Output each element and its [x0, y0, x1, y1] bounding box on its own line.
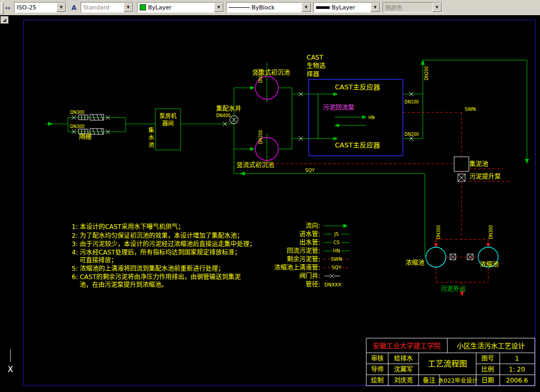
primary-sedimentation-tanks: DN200 DN200 竖流式初沉池 竖流式初沉池 [234, 63, 292, 169]
ucs-icon: X [8, 349, 13, 374]
legend-label: 进水管: [299, 230, 320, 238]
review-label: 审核 [371, 354, 384, 362]
pipe-size-label: DN300 [436, 225, 441, 239]
dim-style-icon[interactable]: ↔ [2, 2, 13, 13]
pipe-size-label: DN200 [258, 130, 263, 144]
date-value: 2006.6 [506, 377, 528, 384]
pipe-size-label: DN200 [424, 66, 429, 80]
advisor-label: 导师 [371, 366, 384, 373]
chevron-down-icon[interactable]: ▼ [301, 3, 311, 12]
sludge-out-label: 污泥外运 [441, 285, 466, 293]
project-name: 小区生活污水工艺设计 [457, 342, 525, 350]
legend-label: 流向: [306, 222, 320, 229]
chevron-down-icon[interactable]: ▼ [370, 3, 380, 12]
chevron-down-icon: ▼ [432, 3, 442, 12]
color-combo[interactable]: ByLayer ▼ [137, 2, 224, 13]
chevron-down-icon[interactable]: ▼ [214, 3, 223, 12]
sqy-tag: SQY [305, 168, 315, 173]
thickeners: DN300 DN300 浓缩池 浓缩池 污泥外运 [406, 225, 499, 296]
text-style-combo[interactable]: Standard ▼ [81, 2, 133, 13]
chevron-down-icon[interactable]: ▼ [57, 3, 66, 12]
legend-label: 回流污泥管: [287, 247, 320, 255]
sludge-pump-label: 污泥提升泵 [469, 172, 501, 180]
draw-toolbar-icon[interactable]: ◢ [1, 16, 8, 24]
thickener-label-left: 浓缩池 [406, 259, 424, 267]
remark-value: 水022毕业设计 [438, 377, 478, 384]
pump-house-label-1: 泵房机 [160, 112, 177, 120]
drawing-title: 工艺流程图 [428, 359, 467, 368]
pipe-size-label: DN300 [489, 225, 493, 239]
pipe-size-label: DN400 [216, 113, 230, 118]
plot-style-combo: 随颜色 ▼ [383, 2, 442, 13]
bar-screen-unit: DN300 DN300 隔栅 [44, 110, 155, 141]
pipe-size-label: DN300 [70, 110, 84, 115]
text-style-value: Standard [81, 4, 123, 11]
note-line: 5: 浓缩池的上清液将回流到集配水池前重新进行处理； [72, 264, 224, 272]
legend-code: SWN [331, 257, 342, 262]
properties-toolbar: ↔ ISO-25 ▼ A Standard ▼ ByLayer ▼ ByBloc… [0, 0, 540, 16]
remark-label: 备注 [423, 376, 435, 384]
reactor-label-bottom: CAST主反应器 [335, 141, 380, 149]
pump-house: 泵房机 器间 [155, 109, 181, 150]
plot-style-value: 随颜色 [383, 3, 432, 11]
date-label: 日期 [481, 377, 494, 384]
lineweight-combo[interactable]: ByLayer ▼ [313, 2, 380, 13]
reactor-label-top: CAST主反应器 [335, 83, 380, 91]
ucs-x-label: X [8, 365, 13, 374]
legend-label: 阀门井: [299, 272, 320, 280]
pipe-size-label: DN100 [404, 100, 419, 105]
lineweight-value: ByLayer [330, 4, 370, 11]
cast-selector-label-1: CAST [307, 54, 323, 61]
note-line: 池，在由污泥泵提升到浓缩池。 [80, 281, 167, 289]
primary-tank-label-bottom: 竖流式初沉池 [237, 162, 274, 169]
distribution-well-label: 集配水井 [216, 105, 241, 112]
autocad-window: ↔ ISO-25 ▼ A Standard ▼ ByLayer ▼ ByBloc… [0, 0, 540, 392]
distribution-well: 集配水井 DN400 [181, 88, 241, 174]
hn-tag: HN [368, 116, 375, 120]
title-block: 安徽工业大学建工学院 小区生活污水工艺设计 审核 给排水 工艺流程图 图号 1 … [366, 338, 535, 386]
sheet-label: 图号 [481, 355, 494, 362]
note-line: 2: 为了配水均匀保证初沉池的效果，本设计增加了集配水池； [72, 232, 243, 239]
legend-code: DNXXX [324, 282, 341, 287]
drafter-name: 刘庆亮 [394, 376, 413, 384]
pipe-size-label: DN200 [404, 132, 419, 137]
legend-label: 剩余污泥管: [287, 255, 320, 263]
sludge-tank-label: 集泥池 [469, 160, 488, 168]
note-line: 1: 本设计的CAST采用水下曝气机供气； [72, 223, 184, 230]
linetype-sample-icon [229, 7, 250, 8]
advisor-name: 沈翼军 [394, 365, 413, 373]
sludge-tank-unit: 集泥池 污泥提升泵 [454, 157, 510, 239]
note-line: 可直接排放； [80, 256, 117, 264]
legend-code: SQY [332, 265, 342, 270]
color-value: ByLayer [146, 4, 214, 11]
scale-label: 比例 [481, 366, 494, 373]
primary-tank-label-top: 竖流式初沉池 [252, 69, 290, 76]
linetype-combo[interactable]: ByBlock ▼ [226, 2, 311, 13]
bar-screen-label: 隔栅 [79, 133, 92, 141]
legend-code: CS [333, 240, 340, 245]
university-name: 安徽工业大学建工学院 [373, 342, 441, 350]
color-swatch-icon [140, 4, 146, 10]
drawing-area[interactable]: DN300 DN300 隔栅 泵房机 器间 集配水井 DN400 [0, 15, 540, 392]
legend: 流向: 进水管: JS 出水管: CS 回流污泥管: HN 剩余污泥管: SWN… [274, 222, 350, 288]
lineweight-sample-icon [316, 6, 330, 9]
thickener-circle [426, 247, 446, 267]
notes: 1: 本设计的CAST采用水下曝气机供气； 2: 为了配水均匀保证初沉池的效果，… [72, 223, 256, 289]
text-style-icon[interactable]: A [69, 2, 80, 13]
note-line: 4: 污水经CAST处理后，所有指标均达到国家规定排放标准； [72, 248, 241, 256]
dim-style-combo[interactable]: ISO-25 ▼ [14, 2, 66, 13]
chevron-down-icon[interactable]: ▼ [123, 3, 133, 12]
legend-code: HN [333, 248, 340, 253]
legend-code: JS [334, 232, 339, 237]
thickener-label-right: 浓缩池 [480, 260, 499, 268]
cast-selector-label-2: 生物选 [307, 62, 325, 70]
legend-label: 浓缩池上清液管: [274, 263, 320, 271]
cast-reactor: CAST 生物选 择器 CAST主反应器 CAST主反应器 污泥回流泵 HN [292, 54, 403, 156]
pump-house-label-2: 器间 [162, 120, 174, 127]
sheet-number: 1 [515, 355, 519, 362]
drafter-label: 绘制 [371, 376, 384, 384]
legend-label: 出水管: [299, 238, 320, 246]
note-line: 6: CAST的剩余污泥将由净压力作用排出，由钢管输送到集泥 [72, 273, 241, 281]
note-line: 3: 由于污泥较少，本设计的污泥经过浓缩池后直接运走集中处理； [72, 240, 256, 248]
collection-tank-label: 集水池 [146, 127, 154, 149]
